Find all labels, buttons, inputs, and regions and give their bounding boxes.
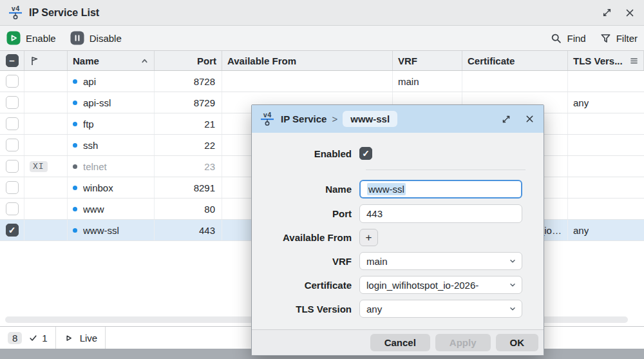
certificate-select[interactable]: login_wifihotspot_io-2026- (359, 276, 522, 294)
row-port-cell[interactable]: 8728 (155, 71, 222, 92)
row-port-cell[interactable]: 8729 (155, 92, 222, 113)
row-checkbox[interactable] (6, 75, 19, 88)
row-checkbox-cell[interactable] (0, 113, 24, 134)
row-checkbox[interactable] (6, 96, 19, 109)
row-checkbox-cell[interactable] (0, 199, 24, 219)
service-state-dot (73, 228, 77, 233)
row-checkbox[interactable] (6, 139, 19, 151)
select-all-checkbox[interactable] (6, 54, 19, 67)
cancel-button[interactable]: Cancel (370, 334, 430, 351)
row-tls-version-cell[interactable]: any (568, 92, 644, 113)
row-name-cell[interactable]: www (68, 199, 155, 219)
breadcrumb-separator: > (332, 113, 337, 124)
service-port: 8728 (194, 76, 215, 87)
vrf-column-header[interactable]: VRF (393, 51, 462, 70)
row-available-from-cell[interactable] (222, 71, 393, 92)
filter-button[interactable]: Filter (600, 33, 638, 44)
port-input[interactable]: 443 (359, 204, 522, 223)
row-port-cell[interactable]: 22 (155, 135, 222, 155)
tls-version-column-label: TLS Vers... (573, 55, 623, 66)
service-port: 21 (204, 119, 215, 130)
name-input[interactable]: www-ssl (359, 180, 522, 199)
row-checkbox-cell[interactable] (0, 71, 24, 92)
flag-column-header[interactable] (24, 51, 68, 70)
row-count-section: 8 1 (0, 327, 56, 349)
row-checkbox-cell[interactable] (0, 156, 24, 177)
service-port: 80 (204, 204, 215, 215)
row-checkbox[interactable] (6, 181, 19, 194)
dialog-header: v4 IP Service > www-ssl (252, 105, 544, 133)
column-settings-icon[interactable] (630, 57, 638, 65)
detach-window-icon[interactable] (600, 6, 613, 19)
row-name-cell[interactable]: api-ssl (68, 92, 155, 113)
find-button-label: Find (567, 33, 585, 44)
row-tls-version-cell[interactable] (568, 199, 644, 219)
tls-version-column-header[interactable]: TLS Vers... (568, 51, 644, 70)
row-checkbox[interactable] (6, 202, 19, 215)
total-count-badge: 8 (8, 332, 22, 344)
disable-button[interactable]: Disable (70, 31, 122, 45)
available-from-column-header[interactable]: Available From (222, 51, 393, 70)
row-checkbox-cell[interactable] (0, 135, 24, 155)
live-play-icon (64, 333, 73, 343)
enabled-checkbox[interactable] (359, 147, 372, 160)
row-tls-version-cell[interactable] (568, 71, 644, 92)
certificate-label: Certificate (258, 280, 352, 291)
apply-button[interactable]: Apply (435, 334, 491, 351)
ok-button[interactable]: OK (496, 334, 539, 351)
add-available-from-button[interactable]: + (359, 229, 378, 246)
row-port-cell[interactable]: 21 (155, 113, 222, 134)
breadcrumb-root: IP Service (281, 113, 327, 124)
name-column-header[interactable]: Name (68, 51, 155, 70)
row-port-cell[interactable]: 443 (155, 220, 222, 240)
certificate-column-header[interactable]: Certificate (462, 51, 568, 70)
ip-service-icon: v4 (8, 5, 23, 21)
row-name-cell[interactable]: ssh (68, 135, 155, 155)
row-flags-cell (24, 92, 68, 113)
row-port-cell[interactable]: 23 (155, 156, 222, 177)
row-name-cell[interactable]: telnet (68, 156, 155, 177)
close-icon[interactable] (623, 6, 636, 19)
enabled-label: Enabled (258, 148, 352, 159)
row-name-cell[interactable]: ftp (68, 113, 155, 134)
find-button[interactable]: Find (551, 33, 585, 44)
vrf-select-value: main (366, 256, 509, 267)
vrf-select[interactable]: main (359, 252, 522, 270)
service-name: ftp (83, 119, 94, 130)
row-name-cell[interactable]: www-ssl (68, 220, 155, 240)
row-certificate-cell[interactable] (462, 71, 568, 92)
row-tls-version-cell[interactable] (568, 135, 644, 155)
row-name-cell[interactable]: winbox (68, 177, 155, 198)
row-tls-version-cell[interactable] (568, 156, 644, 177)
row-name-cell[interactable]: api (68, 71, 155, 92)
row-checkbox-cell[interactable] (0, 177, 24, 198)
service-state-dot (73, 164, 77, 169)
chevron-down-icon (509, 281, 516, 289)
tls-version-select[interactable]: any (359, 300, 522, 318)
row-tls-version-cell[interactable] (568, 177, 644, 198)
name-input-value: www-ssl (367, 183, 406, 195)
detach-dialog-icon[interactable] (500, 113, 513, 126)
filter-button-label: Filter (616, 33, 638, 44)
table-row[interactable]: api 8728 main (0, 71, 644, 92)
row-checkbox[interactable] (6, 117, 19, 130)
row-checkbox-cell[interactable] (0, 220, 24, 240)
row-checkbox-cell[interactable] (0, 92, 24, 113)
live-toggle[interactable]: Live (56, 327, 106, 349)
dialog-close-icon[interactable] (523, 113, 536, 126)
row-port-cell[interactable]: 8291 (155, 177, 222, 198)
service-name: api-ssl (83, 97, 111, 108)
row-checkbox[interactable] (6, 224, 19, 237)
breadcrumb-item: www-ssl (343, 111, 397, 127)
port-column-header[interactable]: Port (155, 51, 222, 70)
row-port-cell[interactable]: 80 (155, 199, 222, 219)
row-vrf-cell[interactable]: main (393, 71, 462, 92)
tls-version-label: TLS Version (258, 304, 352, 315)
row-checkbox[interactable] (6, 160, 19, 173)
row-tls-version-cell[interactable] (568, 113, 644, 134)
live-label: Live (80, 333, 98, 344)
row-tls-version-cell[interactable]: any (568, 220, 644, 240)
select-all-checkbox-cell[interactable] (0, 51, 24, 70)
enable-button[interactable]: Enable (6, 31, 56, 45)
section-divider (366, 170, 526, 170)
